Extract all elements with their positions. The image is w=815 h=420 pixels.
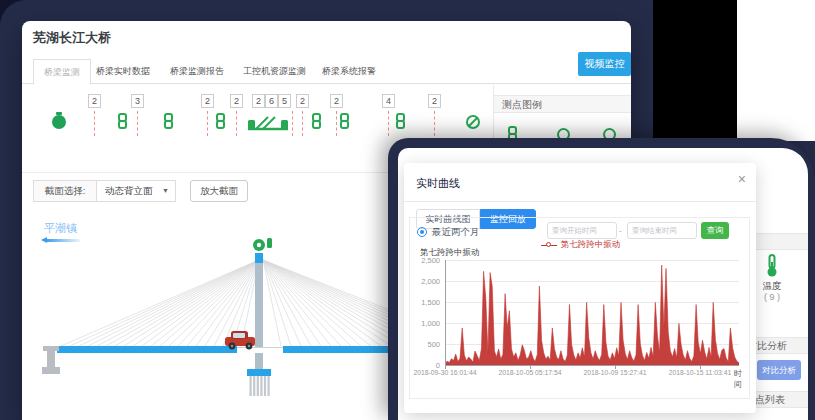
end-time-input[interactable] <box>627 222 697 239</box>
realtime-curve-modal: 实时曲线 × 实时曲线图 监控回放 最近两个月 - 查询 第七跨跨中振动 <box>404 163 756 413</box>
pylon-flag-icon <box>267 238 272 248</box>
red-dash-marker <box>388 111 389 136</box>
tab-monitor-report[interactable]: 桥梁监测报告 <box>170 65 224 78</box>
sensor-count-badge: 2 <box>252 94 265 108</box>
pile-group <box>250 376 270 396</box>
chain-sensor-icon[interactable] <box>118 113 127 130</box>
pylon-top <box>255 253 263 263</box>
legend-marker-icon <box>541 242 557 249</box>
compare-analysis-button[interactable]: 对比分析 <box>757 360 801 380</box>
y-tick-label: 1,000 <box>412 319 440 328</box>
query-button[interactable]: 查询 <box>701 222 729 239</box>
front-window-page: 测点图例 温度 ( 9 ) 对比分析 对比分析 测点列表 实时曲线 × 实时曲线… <box>398 148 808 420</box>
bridge-sensor-icon[interactable] <box>246 110 290 134</box>
red-dash-marker <box>292 111 293 136</box>
x-tick-label: 2018-10-05 05:17:54 <box>490 369 570 376</box>
red-dash-marker <box>434 111 435 136</box>
y-tick-label: 2,500 <box>412 256 440 265</box>
sensor-count-badge: 3 <box>131 94 144 108</box>
section-select-label: 截面选择: <box>33 180 97 202</box>
chain-sensor-icon[interactable] <box>164 113 173 130</box>
modal-title: 实时曲线 <box>416 176 460 191</box>
timer-sensor-icon[interactable] <box>52 115 66 129</box>
recent-two-months-radio[interactable] <box>417 227 427 237</box>
y-tick-label: 1,500 <box>412 298 440 307</box>
sensor-count-badge: 5 <box>278 94 291 108</box>
pier-cap <box>247 369 271 376</box>
left-arrow-icon <box>38 237 82 243</box>
chain-sensor-icon[interactable] <box>312 113 321 130</box>
tab-realtime-data[interactable]: 桥梁实时数据 <box>96 65 150 78</box>
chain-sensor-icon[interactable] <box>396 113 405 130</box>
section-select-value: 动态背立面 <box>105 185 153 196</box>
deck-left <box>57 346 237 353</box>
x-axis-name: 时间 <box>734 368 749 390</box>
thermometer-icon[interactable] <box>764 254 780 278</box>
red-dash-marker <box>137 111 138 136</box>
tab-ipc-resource[interactable]: 工控机资源监测 <box>243 65 306 78</box>
bridge-schematic <box>33 215 393 415</box>
x-tick-label: 2018-09-30 16:01:44 <box>405 369 485 376</box>
red-dash-marker <box>336 111 337 136</box>
tab-system-alarm[interactable]: 桥梁系统报警 <box>322 65 376 78</box>
video-monitor-button[interactable]: 视频监控 <box>578 52 631 76</box>
pylon-lower <box>255 353 263 369</box>
legend-panel-header: 测点图例 <box>494 95 631 113</box>
abutment-stem <box>47 351 55 367</box>
recent-two-months-label: 最近两个月 <box>432 226 480 239</box>
abutment-foot <box>42 367 60 374</box>
sensor-count-badge: 2 <box>201 94 214 108</box>
cable-fan <box>61 260 393 346</box>
legend-label: 第七跨跨中振动 <box>561 239 621 251</box>
vibration-chart <box>445 260 739 372</box>
sensor-count-badge: 2 <box>330 94 343 108</box>
sensor-count-badge: 2 <box>428 94 441 108</box>
enlarge-section-button[interactable]: 放大截面 <box>190 180 248 202</box>
page-title: 芜湖长江大桥 <box>33 29 111 47</box>
y-tick-label: 2,000 <box>412 277 440 286</box>
red-dash-marker <box>94 111 95 136</box>
range-separator: - <box>619 226 622 235</box>
sensor-count-badge: 2 <box>88 94 101 108</box>
abutment-cap <box>43 346 59 351</box>
start-time-input[interactable] <box>547 222 617 239</box>
y-tick-label: 500 <box>412 340 440 349</box>
page-background: 芜湖长江大桥 桥梁监测 桥梁实时数据 桥梁监测报告 工控机资源监测 桥梁系统报警… <box>0 0 815 420</box>
red-dash-marker <box>302 111 303 136</box>
modal-divider <box>404 201 756 202</box>
x-tick-label: 2018-10-15 11:03:41 <box>660 369 740 376</box>
sensor-count-badge: 2 <box>296 94 309 108</box>
close-icon[interactable]: × <box>738 172 746 186</box>
caret-down-icon: ▼ <box>162 181 169 201</box>
x-tick-label: 2018-10-09 15:27:41 <box>575 369 655 376</box>
chain-sensor-icon[interactable] <box>340 113 349 130</box>
red-dash-marker <box>207 111 208 136</box>
town-label: 平潮镇 <box>44 221 77 236</box>
chart-panel: 最近两个月 - 查询 第七跨跨中振动 第七跨跨中振动 2,5002,0001,5… <box>409 217 750 399</box>
front-window-frame: 测点图例 温度 ( 9 ) 对比分析 对比分析 测点列表 实时曲线 × 实时曲线… <box>388 138 815 420</box>
sensor-count-badge: 2 <box>230 94 243 108</box>
chain-sensor-icon[interactable] <box>216 113 225 130</box>
temperature-count: ( 9 ) <box>756 292 788 302</box>
sensor-count-badge: 6 <box>265 94 278 108</box>
black-region <box>653 0 737 140</box>
ban-sensor-icon[interactable] <box>466 115 480 129</box>
sensor-count-badge: 4 <box>382 94 395 108</box>
car-icon <box>225 331 255 349</box>
pylon <box>255 263 263 347</box>
section-select-dropdown[interactable]: 动态背立面 ▼ <box>96 180 176 202</box>
deck-right <box>283 346 389 353</box>
red-dash-marker <box>236 111 237 136</box>
tab-bridge-monitor[interactable]: 桥梁监测 <box>33 59 91 85</box>
background-panel <box>737 0 815 141</box>
